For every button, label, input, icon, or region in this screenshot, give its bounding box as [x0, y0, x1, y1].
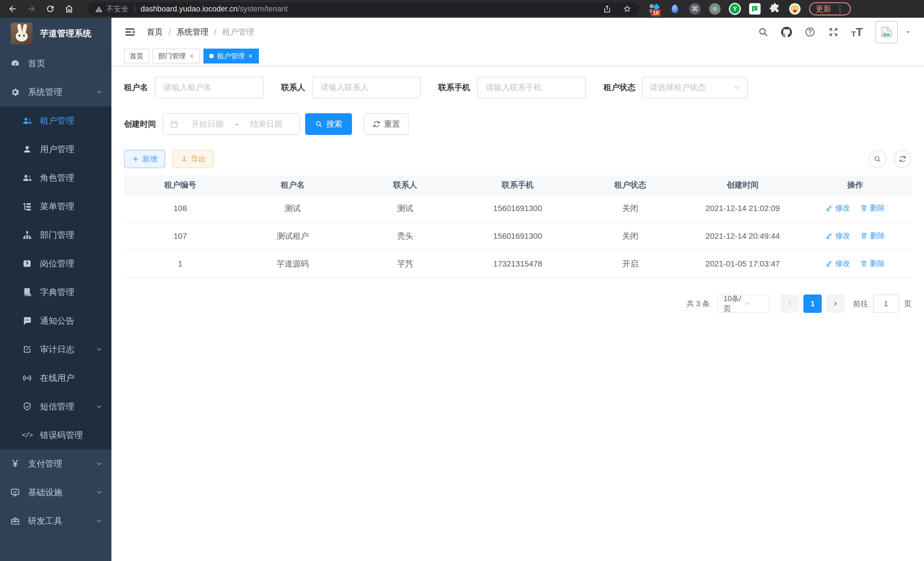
sidebar-item-label: 系统管理: [28, 86, 62, 98]
sidebar-item-menu[interactable]: 菜单管理: [0, 192, 111, 221]
sidebar-item-sms[interactable]: 短信管理: [0, 392, 111, 421]
broadcast-user-icon: [22, 373, 33, 383]
search-button[interactable]: 搜索: [305, 113, 352, 135]
extension-balloon-icon[interactable]: [669, 3, 681, 15]
sidebar-item-post[interactable]: 岗位管理: [0, 249, 111, 278]
sidebar-item-user[interactable]: 用户管理: [0, 135, 111, 164]
toggle-search-button[interactable]: [868, 150, 886, 168]
app-shell: 芋道管理系统 首页 系统管理: [0, 18, 924, 561]
browser-update-button[interactable]: 更新: [809, 2, 851, 15]
sidebar-logo-row[interactable]: 芋道管理系统: [0, 18, 111, 49]
menu-tree-icon: [22, 202, 33, 211]
contact-input[interactable]: [312, 77, 421, 98]
sidebar-item-infra[interactable]: 基础设施: [0, 478, 111, 507]
mobile-input[interactable]: [477, 77, 586, 98]
user-avatar[interactable]: [875, 21, 898, 43]
update-label: 更新: [816, 4, 831, 14]
browser-toolbar: 不安全 dashboard.yudao.iocoder.cn /system/t…: [0, 0, 924, 18]
chevron-down-icon: [733, 84, 741, 91]
screen: 不安全 dashboard.yudao.iocoder.cn /system/t…: [0, 0, 924, 561]
cell-tenant-name: 测试: [237, 194, 349, 222]
close-icon[interactable]: [248, 53, 253, 59]
sidebar-item-notice[interactable]: 通知公告: [0, 307, 111, 335]
github-icon[interactable]: [781, 27, 792, 38]
extension-y-icon[interactable]: Y: [729, 3, 741, 15]
tab-dept[interactable]: 部门管理: [153, 49, 200, 63]
extension-chat-icon[interactable]: [748, 3, 761, 15]
share-icon[interactable]: [603, 5, 611, 13]
sidebar-item-audit-log[interactable]: 审计日志: [0, 335, 111, 364]
end-date-placeholder[interactable]: 结束日期: [239, 119, 293, 129]
tab-home[interactable]: 首页: [124, 49, 149, 63]
edit-link[interactable]: 修改: [825, 203, 850, 213]
table-toolbar: 新增 导出: [124, 150, 911, 168]
app-title: 芋道管理系统: [40, 28, 92, 39]
browser-forward-icon[interactable]: [24, 2, 39, 16]
sidebar-item-devtools[interactable]: 研发工具: [0, 507, 111, 535]
next-page-button[interactable]: [826, 295, 844, 313]
bookmark-star-icon[interactable]: [623, 5, 632, 13]
sidebar-item-role[interactable]: 角色管理: [0, 164, 111, 192]
address-bar[interactable]: 不安全 dashboard.yudao.iocoder.cn /system/t…: [87, 2, 639, 15]
extension-badge: 10: [651, 9, 661, 16]
sidebar-item-pay[interactable]: 支付管理: [0, 450, 111, 478]
security-warning-icon[interactable]: [95, 5, 103, 13]
header-search-icon[interactable]: [758, 27, 769, 38]
sidebar-item-dept[interactable]: 部门管理: [0, 221, 111, 249]
sidebar-item-online-users[interactable]: 在线用户: [0, 364, 111, 392]
start-date-placeholder[interactable]: 开始日期: [181, 119, 234, 129]
export-button[interactable]: 导出: [172, 150, 214, 168]
refresh-button[interactable]: [894, 150, 911, 168]
goto-page-input[interactable]: [873, 295, 899, 313]
font-size-icon[interactable]: [851, 26, 863, 38]
close-icon[interactable]: [189, 53, 194, 59]
browser-reload-icon[interactable]: [43, 2, 58, 16]
tenant-name-input[interactable]: [155, 77, 263, 98]
page-number-1[interactable]: 1: [803, 295, 822, 313]
tenant-table: 租户编号 租户名 联系人 联系手机 租户状态 创建时间 操作 108 测试: [124, 176, 911, 278]
extension-emoji-icon[interactable]: [789, 3, 801, 15]
status-select[interactable]: 请选择租户状态: [642, 77, 748, 98]
cell-actions: 修改 删除: [799, 194, 911, 222]
sidebar-collapse-icon[interactable]: [124, 26, 136, 38]
sidebar-item-home[interactable]: 首页: [0, 49, 111, 78]
delete-link[interactable]: 删除: [860, 259, 885, 268]
pagination: 共 3 条 10条/页 1 前往: [124, 295, 911, 313]
avatar-caret-icon[interactable]: [904, 29, 911, 35]
sidebar-item-tenant[interactable]: 租户管理: [0, 106, 111, 135]
sidebar-item-dict[interactable]: 字典管理: [0, 278, 111, 307]
edit-link[interactable]: 修改: [825, 231, 850, 241]
sidebar-item-label: 用户管理: [40, 144, 74, 155]
help-icon[interactable]: [805, 27, 815, 38]
browser-home-icon[interactable]: [62, 2, 76, 16]
browser-menu-icon[interactable]: [836, 4, 844, 14]
shield-check-icon: [22, 402, 33, 411]
reset-button[interactable]: 重置: [364, 113, 409, 135]
breadcrumb-system[interactable]: 系统管理: [177, 27, 208, 38]
breadcrumb-home[interactable]: 首页: [147, 27, 163, 38]
extension-command-icon[interactable]: [688, 3, 701, 15]
url-host: dashboard.yudao.iocoder.cn: [141, 5, 237, 14]
page-size-select[interactable]: 10条/页: [718, 295, 770, 313]
yen-icon: [10, 459, 21, 469]
security-label: 不安全: [106, 4, 129, 14]
browser-back-icon[interactable]: [5, 2, 20, 16]
sidebar-item-system[interactable]: 系统管理: [0, 78, 111, 106]
sidebar-item-label: 基础设施: [28, 487, 62, 498]
extensions-puzzle-icon[interactable]: [769, 3, 781, 15]
extension-record-icon[interactable]: [709, 3, 721, 15]
col-status: 租户状态: [574, 176, 687, 194]
delete-link[interactable]: 删除: [860, 231, 885, 241]
page-content: 租户名 联系人 联系手机 租户状态 请选择租户状态: [111, 66, 924, 561]
add-button[interactable]: 新增: [124, 150, 165, 168]
date-range-picker[interactable]: 开始日期 - 结束日期: [163, 113, 300, 135]
extension-tampermonkey-icon[interactable]: 10: [649, 3, 661, 15]
fullscreen-icon[interactable]: [828, 27, 839, 38]
edit-link[interactable]: 修改: [825, 259, 850, 268]
prev-page-button[interactable]: [781, 295, 799, 313]
sidebar-item-label: 支付管理: [28, 458, 62, 470]
tab-tenant[interactable]: 租户管理: [203, 49, 259, 63]
chevron-down-icon: [95, 517, 103, 525]
delete-link[interactable]: 删除: [860, 203, 885, 213]
sidebar-item-error-code[interactable]: 错误码管理: [0, 421, 111, 450]
